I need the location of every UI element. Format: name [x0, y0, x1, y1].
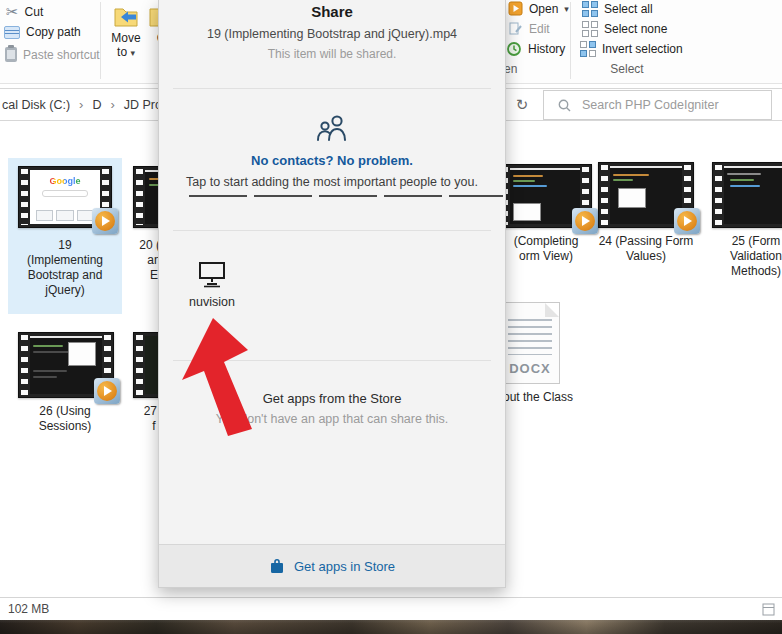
select-all-icon [582, 1, 598, 17]
divider [173, 230, 491, 231]
file-caption-19: 19(Implementing Bootstrap andjQuery) [8, 238, 122, 298]
refresh-button[interactable]: ↻ [508, 89, 536, 120]
file-caption-25: 25 (FormValidationMethods) [700, 234, 782, 279]
file-item-24[interactable] [598, 162, 694, 228]
desktop-wallpaper-strip [0, 620, 782, 634]
people-icon [314, 112, 350, 144]
share-app-label: nuvision [181, 295, 243, 309]
open-group-label: en [504, 62, 517, 76]
scissors-icon: ✂ [6, 3, 19, 21]
invert-selection-icon [580, 41, 596, 57]
open-label: Open [529, 2, 558, 16]
copy-path-button[interactable]: Copy path [4, 25, 81, 39]
move-to-label2: to [117, 45, 127, 59]
search-input[interactable] [580, 97, 771, 113]
file-item-26[interactable] [18, 332, 114, 398]
refresh-icon: ↻ [516, 96, 529, 114]
file-item-25[interactable] [712, 162, 782, 228]
chevron-right-icon: › [79, 97, 83, 112]
chevron-down-icon: ▾ [564, 4, 569, 14]
play-overlay-icon [674, 208, 700, 234]
select-none-icon [582, 21, 598, 37]
invert-selection-button[interactable]: Invert selection [580, 41, 683, 57]
move-to-label: Move [111, 31, 140, 45]
edit-icon [508, 21, 523, 36]
share-title: Share [165, 3, 499, 20]
video-thumbnail-19: Google [18, 166, 112, 228]
selection-size-label: 102 MB [8, 598, 49, 621]
divider [173, 88, 491, 89]
copy-path-label: Copy path [26, 25, 81, 39]
store-heading: Get apps from the Store [165, 391, 499, 406]
search-icon [558, 99, 571, 112]
cut-button[interactable]: ✂ Cut [6, 3, 43, 21]
chevron-down-icon: ▾ [130, 48, 135, 58]
breadcrumb: cal Disk (C:) › D › JD Projec [2, 89, 178, 120]
paste-shortcut-button[interactable]: Paste shortcut [5, 47, 100, 62]
explorer-window: ✂ Cut Copy path Paste shortcut Move to ▾ [0, 0, 782, 634]
edit-button[interactable]: Edit [508, 21, 550, 36]
move-to-button[interactable]: Move to ▾ [102, 4, 150, 60]
history-label: History [528, 42, 565, 56]
file-item-completing-form-view[interactable] [498, 164, 592, 228]
thumbnail-google-text: Google [30, 176, 100, 186]
add-contacts-button[interactable]: No contacts? No problem. Tap to start ad… [179, 112, 485, 196]
view-toggle-icon[interactable] [762, 603, 776, 616]
share-filename: 19 (Implementing Bootstrap and jQuery).m… [165, 27, 499, 41]
file-caption-24: 24 (Passing FormValues) [590, 234, 702, 264]
breadcrumb-item-disk[interactable]: cal Disk (C:) [2, 98, 70, 112]
select-all-label: Select all [604, 2, 653, 16]
share-app-nuvision[interactable]: nuvision [181, 260, 243, 309]
document-lines [508, 319, 552, 355]
copy-path-icon [4, 26, 20, 39]
edit-label: Edit [529, 22, 550, 36]
open-button[interactable]: Open ▾ [508, 1, 569, 16]
no-contacts-heading: No contacts? No problem. [179, 153, 485, 168]
play-overlay-icon [572, 208, 598, 234]
file-caption-26: 26 (UsingSessions) [8, 404, 122, 434]
select-none-button[interactable]: Select none [582, 21, 667, 37]
history-button[interactable]: History [506, 41, 565, 57]
share-panel: Share 19 (Implementing Bootstrap and jQu… [158, 0, 506, 588]
play-overlay-icon [92, 208, 118, 234]
monitor-icon [196, 260, 228, 288]
ribbon-separator [570, 2, 571, 79]
invert-selection-label: Invert selection [602, 42, 683, 56]
file-caption-docx: out the Class [503, 390, 603, 405]
breadcrumb-item-d[interactable]: D [92, 98, 101, 112]
move-to-folder-icon [113, 4, 139, 28]
play-overlay-icon [94, 378, 120, 404]
file-item-19[interactable]: Google 19(Implementing Bootstrap andjQue… [8, 158, 122, 314]
get-apps-in-store-label: Get apps in Store [294, 559, 395, 574]
get-apps-in-store-button[interactable]: Get apps in Store [159, 544, 505, 587]
search-box [543, 90, 772, 120]
open-icon [508, 1, 523, 16]
paste-shortcut-label: Paste shortcut [23, 48, 100, 62]
store-bag-icon [269, 558, 285, 574]
store-subtext: You don't have an app that can share thi… [165, 412, 499, 426]
ribbon-separator [100, 2, 101, 79]
docx-badge: DOCX [501, 361, 559, 376]
file-item-docx[interactable]: DOCX [500, 302, 560, 384]
no-contacts-subtext: Tap to start adding the most important p… [179, 175, 485, 189]
clipboard-icon [5, 47, 17, 62]
select-all-button[interactable]: Select all [582, 1, 653, 17]
share-subtitle: This item will be shared. [165, 47, 499, 61]
select-none-label: Select none [604, 22, 667, 36]
divider [173, 360, 491, 361]
file-caption-completing: (Completingorm View) [500, 234, 592, 264]
history-icon [506, 41, 522, 57]
cut-label: Cut [25, 5, 44, 19]
status-bar: 102 MB [0, 597, 782, 621]
chevron-right-icon: › [110, 97, 114, 112]
select-group-label: Select [582, 62, 672, 76]
